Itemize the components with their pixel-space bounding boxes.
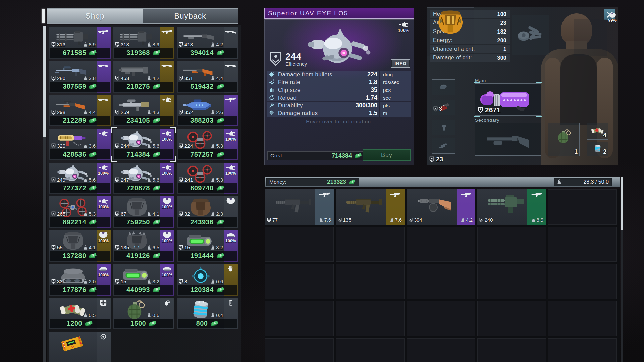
- inventory-empty-cell[interactable]: [336, 264, 405, 299]
- character-stat-row: Damage of crit:300: [430, 54, 510, 62]
- inventory-empty-cell[interactable]: [265, 264, 334, 299]
- inventory-empty-cell[interactable]: [548, 189, 617, 225]
- shop-scrollbar-thumb[interactable]: [43, 26, 46, 137]
- battery-icon: [225, 299, 236, 306]
- shop-item[interactable]: 0.51200: [49, 298, 111, 329]
- fire-rate-icon: [268, 79, 276, 85]
- inventory-item[interactable]: 135 7.6: [336, 189, 405, 225]
- secondary-weapon-slot[interactable]: [475, 123, 541, 156]
- shop-item[interactable]: 3514.4519432: [177, 61, 238, 93]
- consumable-slot-2[interactable]: 3: [432, 100, 455, 115]
- inventory-empty-cell[interactable]: [477, 301, 546, 336]
- inventory-empty-cell[interactable]: [548, 264, 617, 299]
- inventory-empty-cell[interactable]: [407, 227, 475, 262]
- shop-item[interactable]: 4134.2394014: [177, 27, 238, 59]
- shop-item[interactable]: 100%674.1759250: [113, 196, 174, 228]
- condition-badge: 100%: [225, 171, 236, 176]
- money-bar: Money: 213323 28.3 / 50.0: [265, 177, 620, 187]
- tab-shop[interactable]: Shop: [47, 9, 143, 23]
- ammo-crate-slot[interactable]: [512, 15, 549, 55]
- inventory-empty-cell[interactable]: [336, 301, 405, 336]
- main-weapon-slot[interactable]: 2671: [475, 83, 541, 116]
- inventory-scrollbar-thumb[interactable]: [621, 177, 623, 230]
- shop-item[interactable]: 2594.3234105: [113, 95, 174, 126]
- medkit-slot[interactable]: 4: [587, 123, 608, 140]
- inventory-empty-cell[interactable]: [265, 301, 334, 336]
- shop-item[interactable]: 0.61500: [113, 298, 174, 329]
- item-detail-image: [308, 22, 372, 73]
- inventory-empty-cell[interactable]: [477, 338, 546, 362]
- inventory-empty-cell[interactable]: [336, 338, 405, 362]
- consumable-slot-1[interactable]: [432, 79, 455, 95]
- condition-badge: 100%: [98, 239, 109, 243]
- battery-slot[interactable]: 2: [587, 142, 608, 156]
- shop-item[interactable]: 100%1356.5419126: [113, 230, 174, 262]
- rifle-icon: [461, 191, 472, 198]
- shop-item[interactable]: 322.3243936: [177, 196, 238, 228]
- equipped-armor-image: [430, 9, 471, 48]
- shop-item[interactable]: 100%2445.6714384: [113, 129, 174, 160]
- inventory-empty-cell[interactable]: [548, 227, 617, 262]
- shop-item[interactable]: 100%153.2191444: [177, 230, 238, 262]
- item-price: 727372: [50, 183, 110, 193]
- shop-item[interactable]: 0.4800: [177, 298, 238, 329]
- shop-item[interactable]: 100%332.0177876: [49, 264, 111, 296]
- item-armor-rating: 240: [479, 217, 493, 223]
- shop-item[interactable]: 100%2415.3809740: [177, 163, 238, 194]
- item-armor-rating: 304: [409, 217, 422, 223]
- shop-item[interactable]: [49, 332, 111, 362]
- cost-value: 714384: [332, 152, 352, 159]
- shop-item[interactable]: 80.6120384: [177, 264, 238, 296]
- shop-item[interactable]: 3522.6388203: [177, 95, 238, 126]
- item-weight: 8.9: [84, 42, 96, 47]
- condition-badge: 100%: [98, 273, 109, 277]
- item-weight: 5.3: [84, 211, 96, 217]
- shop-item[interactable]: 100%2495.6727372: [49, 163, 111, 194]
- shop-item[interactable]: 100%2475.6720878: [113, 163, 174, 194]
- buy-button[interactable]: Buy: [363, 149, 411, 161]
- inventory-empty-cell[interactable]: [265, 227, 334, 262]
- shop-item[interactable]: 100%554.1137280: [49, 230, 111, 262]
- tab-buyback[interactable]: Buyback: [143, 9, 238, 23]
- inventory-empty-cell[interactable]: [548, 338, 617, 362]
- info-button[interactable]: INFO: [391, 59, 410, 68]
- shop-item[interactable]: 2803.8387559: [49, 61, 111, 93]
- inventory-empty-cell[interactable]: [407, 264, 475, 299]
- shop-item[interactable]: 3203.6428536: [49, 129, 111, 160]
- shop-item[interactable]: 3138.9319368: [113, 27, 174, 59]
- armor-icon: [98, 232, 109, 238]
- inventory-empty-cell[interactable]: [265, 338, 334, 362]
- shotgun-icon: [98, 62, 109, 69]
- damage-radius-icon: [268, 110, 276, 116]
- consumable-slot-4[interactable]: [432, 138, 455, 154]
- inventory-item[interactable]: 304 4.2: [407, 189, 475, 225]
- shop-item[interactable]: 2984.4212289: [49, 95, 111, 126]
- stat-label: Reload: [278, 95, 366, 101]
- item-weight: 8.9: [532, 217, 543, 223]
- shop-item[interactable]: 100%2655.3892214: [49, 196, 111, 228]
- shop-item[interactable]: 4534.2218275: [113, 61, 174, 93]
- inventory-empty-cell[interactable]: [477, 227, 546, 262]
- inventory-empty-cell[interactable]: [477, 264, 546, 299]
- item-armor-rating: 32: [179, 211, 190, 217]
- shop-tabs: ShopBuyback: [47, 8, 238, 24]
- armor-rating: 23: [429, 156, 443, 163]
- item-weight: 3.8: [84, 75, 96, 81]
- inventory-item[interactable]: 240 8.9: [477, 189, 546, 225]
- inventory-item[interactable]: 77 7.6: [265, 189, 334, 225]
- item-armor-rating: 313: [115, 42, 129, 47]
- helmet-slot[interactable]: [574, 19, 607, 56]
- inventory-empty-cell[interactable]: [407, 301, 475, 336]
- condition-badge: 100%: [162, 273, 172, 277]
- inventory-empty-cell[interactable]: [407, 338, 475, 362]
- inventory-empty-cell[interactable]: [548, 301, 617, 336]
- shop-item[interactable]: 100%2245.3757257: [177, 129, 238, 160]
- shop-item[interactable]: 100%153.2440993: [113, 264, 174, 296]
- consumable-slot-3[interactable]: [432, 120, 455, 135]
- item-weight: 0.5: [84, 312, 96, 318]
- item-art: [268, 192, 322, 216]
- item-detail-panel: Superior UAV EYE LO5 100% 244 Efficiency…: [264, 8, 414, 165]
- inventory-empty-cell[interactable]: [336, 227, 405, 262]
- grenade-slot[interactable]: 1: [548, 123, 580, 156]
- shop-item[interactable]: 3138.9671585: [49, 27, 111, 59]
